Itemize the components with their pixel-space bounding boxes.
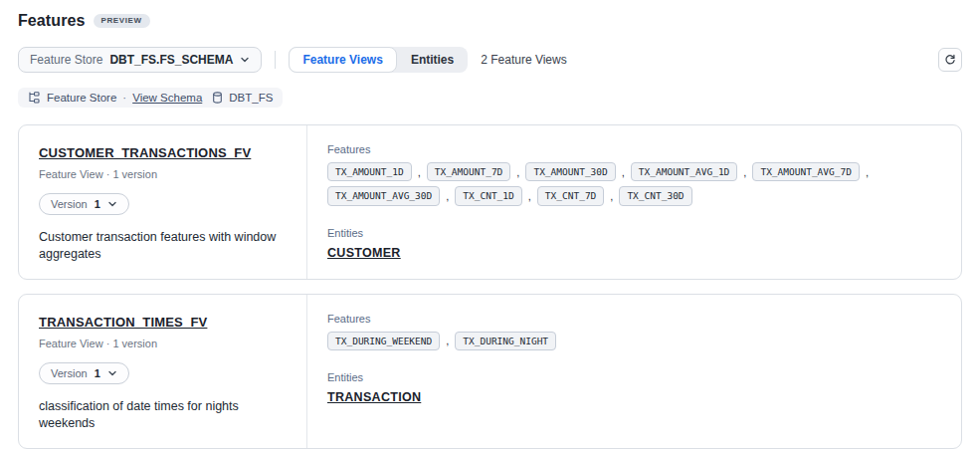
- feature-chip-list: TX_AMOUNT_1D,TX_AMOUNT_7D,TX_AMOUNT_30D,…: [327, 162, 924, 206]
- comma-separator: ,: [446, 190, 449, 202]
- toolbar-divider: [275, 51, 276, 69]
- version-label: Version: [51, 367, 88, 379]
- page-title: Features: [18, 12, 86, 30]
- card-summary-column: CUSTOMER_TRANSACTIONS_FV Feature View · …: [19, 125, 307, 279]
- feature-view-card-customer-transactions: CUSTOMER_TRANSACTIONS_FV Feature View · …: [18, 124, 962, 280]
- comma-separator: ,: [528, 190, 531, 202]
- breadcrumb-pill: Feature Store · View Schema DBT_FS: [18, 88, 283, 108]
- feature-view-meta: Feature View · 1 version: [39, 168, 287, 180]
- chevron-down-icon: [107, 368, 117, 378]
- feature-chip: TX_AMOUNT_AVG_1D: [631, 162, 738, 181]
- version-value: 1: [95, 198, 100, 210]
- entities-label: Entities: [327, 227, 939, 239]
- entities-section: Entities TRANSACTION: [327, 371, 939, 404]
- feature-views-count: 2 Feature Views: [481, 53, 567, 67]
- breadcrumb-separator: ·: [122, 92, 126, 104]
- feature-view-description: Customer transaction features with windo…: [39, 229, 287, 263]
- feature-chip: TX_CNT_1D: [455, 186, 521, 205]
- entity-link-list: CUSTOMER: [327, 246, 939, 260]
- entity-link[interactable]: TRANSACTION: [327, 390, 421, 404]
- preview-badge: PREVIEW: [94, 14, 150, 28]
- feature-chip: TX_CNT_7D: [537, 186, 604, 205]
- entities-label: Entities: [327, 371, 939, 383]
- comma-separator: ,: [610, 190, 613, 202]
- features-page: Features PREVIEW Feature Store DBT_FS.FS…: [0, 0, 980, 454]
- breadcrumb-database: DBT_FS: [229, 92, 273, 104]
- feature-store-selector[interactable]: Feature Store DBT_FS.FS_SCHEMA: [18, 47, 262, 73]
- chevron-down-icon: [240, 55, 250, 65]
- refresh-button[interactable]: [938, 48, 962, 72]
- feature-chip: TX_CNT_30D: [619, 186, 691, 205]
- schema-icon: [28, 92, 41, 104]
- toolbar: Feature Store DBT_FS.FS_SCHEMA Feature V…: [18, 47, 962, 73]
- feature-view-link[interactable]: TRANSACTION_TIMES_FV: [39, 315, 207, 330]
- view-schema-link[interactable]: View Schema: [132, 92, 202, 104]
- view-toggle: Feature Views Entities: [289, 47, 468, 73]
- feature-view-meta: Feature View · 1 version: [39, 338, 287, 349]
- feature-view-description: classification of date times for nights …: [39, 398, 287, 432]
- feature-chip-list: TX_DURING_WEEKEND,TX_DURING_NIGHT: [327, 332, 924, 350]
- tab-entities[interactable]: Entities: [397, 47, 468, 73]
- feature-view-link[interactable]: CUSTOMER_TRANSACTIONS_FV: [39, 145, 251, 160]
- feature-view-card-transaction-times: TRANSACTION_TIMES_FV Feature View · 1 ve…: [18, 294, 962, 449]
- features-label: Features: [327, 313, 939, 325]
- card-summary-column: TRANSACTION_TIMES_FV Feature View · 1 ve…: [19, 295, 307, 448]
- features-label: Features: [327, 143, 939, 155]
- chevron-down-icon: [107, 199, 117, 209]
- version-label: Version: [51, 198, 88, 210]
- feature-chip: TX_AMOUNT_1D: [327, 162, 412, 181]
- breadcrumb: Feature Store · View Schema DBT_FS: [18, 88, 962, 108]
- page-header: Features PREVIEW: [18, 12, 962, 30]
- card-detail-column: Features TX_DURING_WEEKEND,TX_DURING_NIG…: [307, 295, 961, 448]
- feature-store-value: DBT_FS.FS_SCHEMA: [109, 53, 233, 67]
- entity-link[interactable]: CUSTOMER: [327, 246, 401, 260]
- card-detail-column: Features TX_AMOUNT_1D,TX_AMOUNT_7D,TX_AM…: [307, 125, 961, 279]
- feature-chip: TX_AMOUNT_7D: [427, 162, 511, 181]
- comma-separator: ,: [622, 166, 625, 178]
- feature-store-label: Feature Store: [30, 53, 102, 67]
- refresh-icon: [944, 54, 956, 66]
- feature-chip: TX_AMOUNT_30D: [525, 162, 615, 181]
- feature-chip: TX_DURING_WEEKEND: [327, 332, 440, 350]
- entity-link-list: TRANSACTION: [327, 390, 939, 404]
- tab-feature-views[interactable]: Feature Views: [289, 47, 396, 73]
- breadcrumb-store-label: Feature Store: [47, 92, 116, 104]
- comma-separator: ,: [446, 335, 449, 346]
- feature-chip: TX_DURING_NIGHT: [455, 332, 556, 350]
- version-selector[interactable]: Version 1: [39, 362, 129, 384]
- comma-separator: ,: [516, 166, 519, 178]
- entities-section: Entities CUSTOMER: [327, 227, 939, 260]
- comma-separator: ,: [866, 166, 869, 178]
- database-icon: [212, 92, 223, 104]
- version-value: 1: [95, 367, 100, 379]
- version-selector[interactable]: Version 1: [39, 193, 129, 215]
- feature-chip: TX_AMOUNT_AVG_30D: [327, 186, 440, 205]
- comma-separator: ,: [743, 166, 746, 178]
- comma-separator: ,: [418, 166, 421, 178]
- feature-chip: TX_AMOUNT_AVG_7D: [752, 162, 860, 181]
